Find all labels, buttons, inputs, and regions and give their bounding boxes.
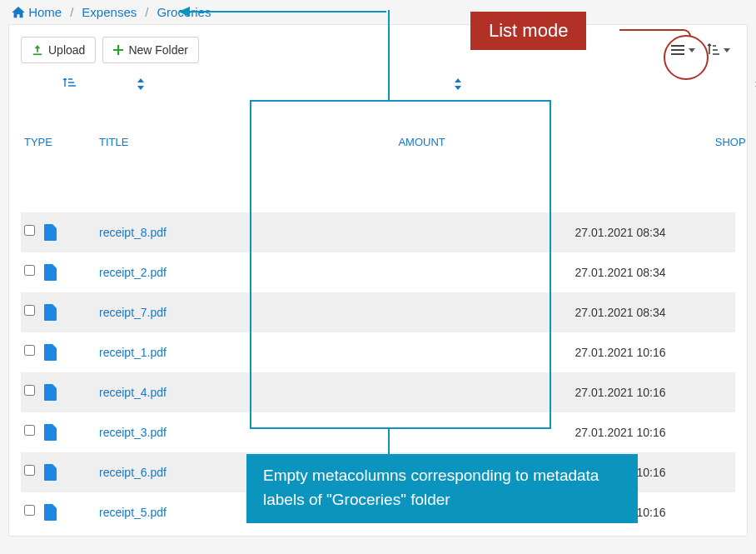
table-row[interactable]: receipt_2.pdf27.01.2021 08:34 [21, 252, 735, 292]
plus-icon [113, 45, 123, 55]
breadcrumb: Home / Expenses / Groceries [0, 0, 756, 24]
cell-type [24, 504, 99, 521]
file-icon [43, 224, 58, 241]
cell-created: 27.01.2021 08:34 [575, 226, 732, 239]
file-icon [43, 264, 58, 281]
column-type-label: TYPE [24, 136, 52, 148]
file-icon [43, 464, 58, 481]
cell-title: receipt_8.pdf [99, 226, 271, 239]
cell-type [24, 344, 99, 361]
row-checkbox[interactable] [24, 505, 35, 516]
file-link[interactable]: receipt_2.pdf [99, 266, 167, 279]
sort-icon [705, 43, 720, 57]
cell-title: receipt_5.pdf [99, 506, 271, 519]
breadcrumb-home-label: Home [28, 5, 62, 19]
cell-type [24, 264, 99, 281]
table-row[interactable]: receipt_3.pdf27.01.2021 10:16 [21, 412, 735, 452]
sort-icon [454, 78, 704, 203]
cell-created: 27.01.2021 08:34 [575, 266, 732, 279]
cell-created: 27.01.2021 10:16 [575, 426, 732, 439]
column-header-amount[interactable]: AMOUNT [398, 78, 714, 206]
cell-created: 27.01.2021 10:16 [575, 386, 732, 399]
row-checkbox[interactable] [24, 385, 35, 396]
cell-title: receipt_6.pdf [99, 466, 271, 479]
table-row[interactable]: receipt_8.pdf27.01.2021 08:34 [21, 212, 735, 252]
column-header-title[interactable]: TITLE [99, 78, 398, 206]
cell-title: receipt_3.pdf [99, 426, 271, 439]
table-header: TYPE TITLE AMOUNT SHOP DATE CREATED AT [21, 78, 735, 212]
table-body: receipt_8.pdf27.01.2021 08:34receipt_2.p… [21, 212, 735, 532]
row-checkbox[interactable] [24, 345, 35, 356]
cell-type [24, 224, 99, 241]
file-link[interactable]: receipt_7.pdf [99, 306, 167, 319]
cell-title: receipt_2.pdf [99, 266, 271, 279]
column-shop-label: SHOP [715, 136, 746, 148]
cell-type [24, 384, 99, 401]
file-icon [43, 304, 58, 321]
file-icon [43, 424, 58, 441]
row-checkbox[interactable] [24, 425, 35, 436]
cell-created: 27.01.2021 10:16 [575, 466, 732, 479]
table-row[interactable]: receipt_5.pdf27.01.2021 10:16 [21, 492, 735, 532]
new-folder-button[interactable]: New Folder [102, 37, 199, 63]
cell-created: 27.01.2021 10:16 [575, 506, 732, 519]
file-link[interactable]: receipt_6.pdf [99, 466, 167, 479]
svg-rect-0 [33, 53, 42, 55]
column-amount-label: AMOUNT [398, 136, 445, 148]
file-icon [43, 504, 58, 521]
breadcrumb-sep: / [70, 5, 73, 19]
cell-title: receipt_1.pdf [99, 346, 271, 359]
upload-icon [32, 44, 43, 56]
toolbar: Upload New Folder [21, 37, 735, 63]
home-icon [12, 7, 25, 18]
breadcrumb-groceries[interactable]: Groceries [157, 5, 211, 19]
cell-type [24, 304, 99, 321]
file-link[interactable]: receipt_8.pdf [99, 226, 167, 239]
upload-button[interactable]: Upload [21, 37, 96, 63]
cell-title: receipt_4.pdf [99, 386, 271, 399]
row-checkbox[interactable] [24, 225, 35, 236]
row-checkbox[interactable] [24, 465, 35, 476]
file-icon [43, 344, 58, 361]
file-link[interactable]: receipt_1.pdf [99, 346, 167, 359]
list-view-icon [670, 43, 685, 57]
breadcrumb-sep: / [145, 5, 148, 19]
sort-toggle[interactable] [700, 40, 735, 60]
file-link[interactable]: receipt_4.pdf [99, 386, 167, 399]
caret-down-icon [724, 48, 730, 52]
row-checkbox[interactable] [24, 305, 35, 316]
column-title-label: TITLE [99, 136, 128, 148]
upload-label: Upload [48, 43, 85, 57]
table-row[interactable]: receipt_1.pdf27.01.2021 10:16 [21, 332, 735, 372]
cell-type [24, 424, 99, 441]
breadcrumb-home[interactable]: Home [12, 5, 62, 19]
file-icon [43, 384, 58, 401]
view-mode-toggle[interactable] [665, 40, 700, 60]
new-folder-label: New Folder [128, 43, 188, 57]
cell-created: 27.01.2021 08:34 [575, 306, 732, 319]
table-row[interactable]: receipt_7.pdf27.01.2021 08:34 [21, 292, 735, 332]
column-header-shop[interactable]: SHOP [715, 78, 756, 206]
cell-title: receipt_7.pdf [99, 306, 271, 319]
row-checkbox[interactable] [24, 265, 35, 276]
table-row[interactable]: receipt_4.pdf27.01.2021 10:16 [21, 372, 735, 412]
file-link[interactable]: receipt_5.pdf [99, 506, 167, 519]
cell-type [24, 464, 99, 481]
file-link[interactable]: receipt_3.pdf [99, 426, 167, 439]
breadcrumb-expenses[interactable]: Expenses [82, 5, 137, 19]
caret-down-icon [689, 48, 695, 52]
cell-created: 27.01.2021 10:16 [575, 346, 732, 359]
main-panel: Upload New Folder [8, 24, 748, 537]
table-row[interactable]: receipt_6.pdf27.01.2021 10:16 [21, 452, 735, 492]
sort-icon [137, 78, 386, 203]
column-header-type[interactable]: TYPE [24, 78, 99, 206]
